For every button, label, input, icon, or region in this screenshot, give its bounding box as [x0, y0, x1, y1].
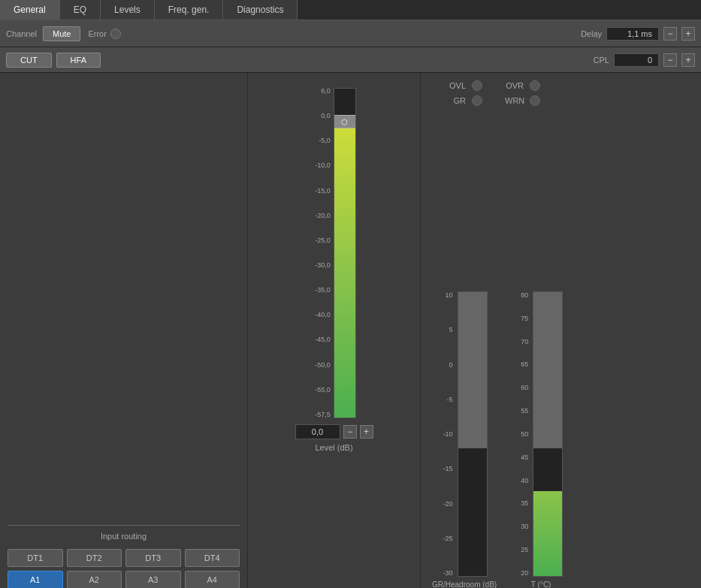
gr-light — [472, 95, 482, 106]
scale-575: -57,5 — [315, 412, 331, 418]
temp-meter-wrap: 80 75 70 65 60 55 50 45 40 35 30 25 20 — [519, 291, 563, 588]
cut-button[interactable]: CUT — [6, 53, 52, 68]
level-meter-container: 6,0 0,0 -5,0 -10,0 -15,0 -20,0 -25,0 -30… — [248, 80, 420, 588]
level-meter-fill — [334, 128, 355, 418]
level-value[interactable]: 0,0 — [295, 424, 340, 439]
level-minus-button[interactable]: − — [343, 425, 357, 439]
gr-scale-n15: -15 — [443, 465, 453, 472]
channel-label: Channel — [6, 29, 37, 38]
cpl-value: 0 — [614, 53, 659, 67]
scale-6: 6,0 — [315, 88, 331, 95]
tab-freq-gen[interactable]: Freq. gen. — [155, 0, 224, 20]
scale-45: -45,0 — [315, 336, 331, 343]
meter-area: 6,0 0,0 -5,0 -10,0 -15,0 -20,0 -25,0 -30… — [312, 88, 356, 418]
scale-0: 0,0 — [315, 113, 331, 119]
routing-a1[interactable]: A1 — [8, 571, 63, 588]
temp-scale-70: 70 — [521, 338, 528, 345]
scale-20: -20,0 — [315, 213, 331, 219]
gr-indicator: GR — [447, 95, 482, 106]
temp-bar-fill — [533, 491, 562, 576]
temp-scale-50: 50 — [521, 430, 528, 438]
scale-55: -55,0 — [315, 387, 331, 394]
level-controls: 0,0 − + — [295, 424, 373, 439]
temp-scale-40: 40 — [521, 477, 528, 484]
routing-dt2[interactable]: DT2 — [67, 549, 122, 567]
scale-35: -35,0 — [315, 287, 331, 294]
temp-scale-65: 65 — [521, 360, 528, 368]
cpl-section: CPL 0 − + — [594, 53, 695, 67]
temp-bar-gray — [533, 292, 562, 448]
cpl-minus-button[interactable]: − — [663, 53, 677, 67]
temp-scale-25: 25 — [521, 546, 528, 553]
wrn-label: WRN — [505, 96, 524, 105]
gr-scale: 10 5 0 -5 -10 -15 -20 -25 -30 — [442, 291, 455, 577]
gr-label: GR — [447, 96, 466, 105]
cpl-label: CPL — [594, 56, 609, 65]
delay-minus-button[interactable]: − — [663, 27, 677, 41]
left-panel: Input routing DT1 DT2 DT3 DT4 A1 A2 A3 A… — [0, 73, 248, 588]
right-panel: OVL GR OVR WRN — [421, 73, 701, 588]
delay-section: Delay 1,1 ms − + — [581, 27, 695, 41]
temp-scale-80: 80 — [521, 291, 528, 299]
ovl-light — [472, 80, 482, 91]
ovl-label: OVL — [447, 81, 466, 90]
mute-button[interactable]: Mute — [43, 26, 80, 41]
routing-dt1[interactable]: DT1 — [8, 549, 63, 567]
gr-scale-n5: -5 — [443, 396, 453, 403]
level-meter-bar[interactable]: ⬡ — [334, 88, 356, 418]
scale-15: -15,0 — [315, 188, 331, 194]
gr-scale-0: 0 — [443, 361, 453, 369]
temp-scale-60: 60 — [521, 384, 528, 391]
indicators-row: OVL GR OVR WRN — [447, 80, 690, 106]
meter-scale: 6,0 0,0 -5,0 -10,0 -15,0 -20,0 -25,0 -30… — [312, 88, 334, 418]
scale-5: -5,0 — [315, 137, 331, 144]
error-label: Error — [88, 29, 106, 38]
temp-scale-20: 20 — [521, 569, 528, 577]
temp-scale: 80 75 70 65 60 55 50 45 40 35 30 25 20 — [519, 291, 530, 577]
error-section: Error — [88, 29, 120, 39]
tab-bar: General EQ Levels Freq. gen. Diagnostics — [0, 0, 701, 20]
tab-eq[interactable]: EQ — [60, 0, 101, 20]
ovr-indicator: OVR — [505, 80, 540, 91]
temp-scale-30: 30 — [521, 523, 528, 530]
scale-10: -10,0 — [315, 162, 331, 169]
tab-diagnostics[interactable]: Diagnostics — [223, 0, 298, 20]
gr-meter-wrap: 10 5 0 -5 -10 -15 -20 -25 -30 GR/Headroo… — [432, 291, 497, 588]
second-bar: CUT HFA CPL 0 − + — [0, 47, 701, 73]
routing-a2[interactable]: A2 — [67, 571, 122, 588]
delay-plus-button[interactable]: + — [681, 27, 695, 41]
left-indicators: OVL GR — [447, 80, 482, 106]
scale-25: -25,0 — [315, 237, 331, 244]
gr-scale-n10: -10 — [443, 430, 453, 438]
right-indicators: OVR WRN — [505, 80, 540, 106]
temp-scale-55: 55 — [521, 407, 528, 415]
delay-label: Delay — [581, 29, 602, 38]
temp-bar — [533, 291, 563, 577]
tab-general[interactable]: General — [0, 0, 60, 20]
level-label: Level (dB) — [315, 443, 352, 452]
tab-levels[interactable]: Levels — [101, 0, 155, 20]
delay-value: 1,1 ms — [606, 27, 659, 41]
wrn-light — [530, 95, 540, 106]
routing-a3[interactable]: A3 — [125, 571, 181, 588]
temp-scale-45: 45 — [521, 454, 528, 461]
routing-dt4[interactable]: DT4 — [185, 549, 240, 567]
gr-scale-10: 10 — [443, 291, 453, 299]
routing-dt3[interactable]: DT3 — [125, 549, 181, 567]
input-routing-label: Input routing — [8, 525, 240, 541]
temp-meter-body: 80 75 70 65 60 55 50 45 40 35 30 25 20 — [519, 291, 563, 577]
routing-a4[interactable]: A4 — [185, 571, 240, 588]
gr-scale-n25: -25 — [443, 535, 453, 542]
level-meter-handle[interactable]: ⬡ — [334, 115, 356, 128]
hfa-button[interactable]: HFA — [56, 53, 101, 68]
gr-bar — [458, 291, 488, 577]
main-content: Input routing DT1 DT2 DT3 DT4 A1 A2 A3 A… — [0, 73, 701, 588]
level-plus-button[interactable]: + — [360, 425, 373, 439]
temp-meter-label: T (°C) — [531, 580, 551, 588]
cpl-plus-button[interactable]: + — [681, 53, 695, 67]
gr-meter-label: GR/Headroom (dB) — [432, 580, 497, 588]
middle-panel: 6,0 0,0 -5,0 -10,0 -15,0 -20,0 -25,0 -30… — [248, 73, 421, 588]
scale-50: -50,0 — [315, 362, 331, 369]
gr-scale-n30: -30 — [443, 569, 453, 577]
wrn-indicator: WRN — [505, 95, 540, 106]
